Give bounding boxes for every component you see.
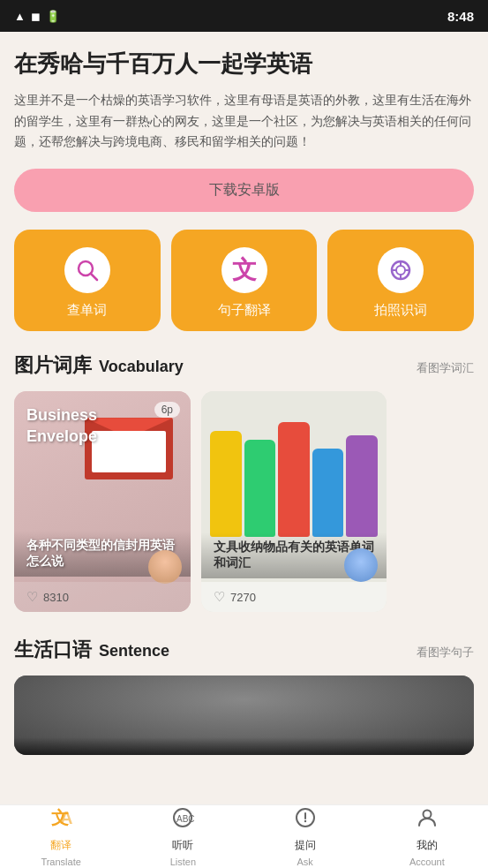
download-button[interactable]: 下载安卓版: [14, 169, 474, 212]
lookup-icon: [64, 247, 110, 293]
translate-nav-icon: 文 A: [49, 806, 72, 834]
photo-icon: [378, 247, 424, 293]
card2-heart-icon: ♡: [214, 589, 225, 605]
card1-avatar: [148, 550, 182, 584]
main-content: 在秀哈与千百万人一起学英语 这里并不是一个枯燥的英语学习软件，这里有母语是英语的…: [0, 32, 488, 804]
status-time: 8:48: [447, 9, 474, 24]
envelope-illustration: [85, 418, 173, 479]
listen-nav-label-en: Listen: [170, 857, 196, 867]
battery-icon: 🔋: [46, 10, 60, 23]
svg-point-15: [423, 811, 431, 819]
svg-text:A: A: [60, 808, 72, 827]
nav-account[interactable]: 我的 Account: [366, 799, 488, 868]
folders-illustration: [210, 404, 378, 537]
card2-footer: ♡ 7270: [201, 582, 387, 612]
sentence-link[interactable]: 看图学句子: [417, 645, 474, 660]
sentence-title-en: Sentence: [99, 642, 169, 660]
svg-text:ABC: ABC: [176, 814, 194, 824]
hero-description: 这里并不是一个枯燥的英语学习软件，这里有母语是英语的外教，这里有生活在海外的留学…: [14, 90, 474, 153]
card1-badge: 6p: [154, 402, 180, 418]
translate-nav-label-cn: 翻译: [50, 838, 71, 853]
svg-line-1: [91, 274, 97, 280]
card1-footer: ♡ 8310: [14, 582, 191, 612]
translate-icon: 文: [221, 247, 267, 293]
wifi-icon: ▲: [14, 10, 26, 23]
translate-label: 句子翻译: [218, 302, 271, 319]
nav-translate[interactable]: 文 A 翻译 Translate: [0, 799, 122, 868]
account-nav-label-cn: 我的: [417, 838, 438, 853]
lookup-label: 查单词: [67, 302, 107, 319]
sentence-title-cn: 生活口语: [14, 637, 92, 663]
sentence-preview-card[interactable]: [14, 676, 474, 755]
sentence-preview-overlay: [14, 737, 474, 755]
svg-point-3: [396, 266, 405, 275]
feature-photo-button[interactable]: 拍照识词: [327, 230, 474, 331]
status-bar: ▲ ◼ 🔋 8:48: [0, 0, 488, 32]
vocab-card-1[interactable]: 6p Business Envelope 各种不同类型的信封用英语怎么说 ♡ 8…: [14, 391, 191, 612]
vocab-scroll: 6p Business Envelope 各种不同类型的信封用英语怎么说 ♡ 8…: [14, 391, 474, 615]
vocabulary-section-header: 图片词库 Vocabulary 看图学词汇: [14, 352, 474, 379]
ask-nav-icon: [294, 806, 317, 834]
listen-nav-label-cn: 听听: [172, 838, 193, 853]
status-icons: ▲ ◼ 🔋: [14, 10, 60, 23]
vocab-title-en: Vocabulary: [99, 358, 184, 376]
card2-likes: 7270: [230, 591, 256, 604]
feature-translate-button[interactable]: 文 句子翻译: [171, 230, 318, 331]
feature-grid: 查单词 文 句子翻译 拍照识词: [14, 230, 474, 331]
feature-lookup-button[interactable]: 查单词: [14, 230, 161, 331]
ask-nav-label-cn: 提问: [295, 838, 316, 853]
nav-ask[interactable]: 提问 Ask: [244, 799, 366, 868]
card2-avatar: [344, 548, 378, 582]
sentence-section-header: 生活口语 Sentence 看图学句子: [14, 637, 474, 663]
translate-nav-label-en: Translate: [41, 857, 80, 867]
account-nav-icon: [416, 806, 439, 834]
hero-title: 在秀哈与千百万人一起学英语: [14, 49, 474, 79]
listen-nav-icon: ABC: [171, 806, 194, 834]
signal-icon: ◼: [31, 10, 41, 23]
svg-point-14: [304, 820, 305, 822]
ask-nav-label-en: Ask: [297, 857, 312, 867]
photo-label: 拍照识词: [374, 302, 427, 319]
vocab-title-cn: 图片词库: [14, 352, 92, 379]
account-nav-label-en: Account: [409, 857, 445, 867]
card1-likes: 8310: [43, 591, 69, 604]
bottom-nav: 文 A 翻译 Translate ABC 听听 Listen 提问 Ask: [0, 804, 488, 868]
card1-title: Business Envelope: [26, 405, 97, 447]
vocab-link[interactable]: 看图学词汇: [417, 360, 474, 376]
vocab-card-2[interactable]: 文具收纳物品有关的英语单词和词汇 ♡ 7270: [201, 391, 387, 612]
nav-listen[interactable]: ABC 听听 Listen: [122, 799, 244, 868]
card1-heart-icon: ♡: [26, 589, 38, 605]
bottom-spacer: [14, 755, 474, 773]
